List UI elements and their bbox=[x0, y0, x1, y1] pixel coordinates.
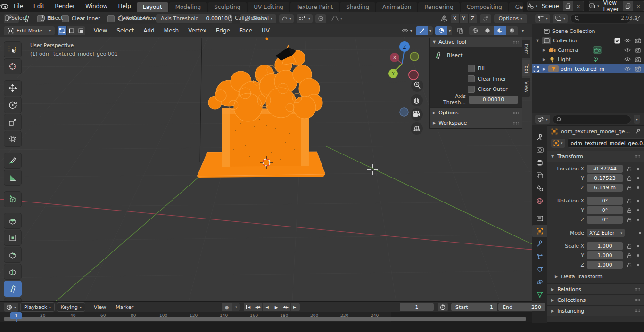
snap-base-icon[interactable] bbox=[480, 14, 491, 23]
snap-settings-dropdown[interactable]: ▾ bbox=[297, 14, 313, 23]
tab-render[interactable] bbox=[532, 144, 547, 156]
previous-keyframe-button[interactable]: ◀◆ bbox=[253, 303, 263, 311]
options-panel-header[interactable]: ▶ Options bbox=[430, 107, 522, 118]
axis-thresh-field[interactable]: 0.00010 bbox=[469, 96, 518, 104]
axis-threshold-field[interactable]: Axis Threshold 0.00010 bbox=[156, 14, 232, 23]
tool-inset-faces[interactable] bbox=[4, 230, 22, 246]
timeline-editor-type-dropdown[interactable]: ▾ bbox=[4, 303, 18, 312]
scale-z-field[interactable]: 1.000 bbox=[587, 261, 623, 269]
panel-grip-icon[interactable] bbox=[634, 309, 641, 312]
sidebar-tab-tool[interactable]: Tool bbox=[522, 60, 530, 76]
light-origin-dot[interactable] bbox=[266, 38, 268, 40]
panel-grip-icon[interactable] bbox=[512, 122, 519, 125]
workspace-tab-modeling[interactable]: Modeling bbox=[169, 2, 207, 12]
menu-file[interactable]: File bbox=[8, 0, 28, 12]
proportional-editing-toggle[interactable] bbox=[315, 14, 326, 23]
tab-physics[interactable] bbox=[532, 263, 547, 275]
object-name-field[interactable]: odm_textured_model_geo.0... bbox=[568, 138, 644, 148]
show-gizmos-toggle[interactable] bbox=[416, 26, 428, 35]
tool-scale[interactable] bbox=[4, 114, 22, 130]
transform-panel-header[interactable]: ▼ Transform bbox=[547, 151, 644, 162]
mirror-z-button[interactable]: Z bbox=[469, 14, 477, 23]
hide-eye-icon[interactable] bbox=[624, 38, 631, 43]
object-id-dropdown[interactable]: ▾ bbox=[551, 139, 565, 148]
tool-bisect[interactable] bbox=[4, 281, 22, 297]
tab-constraints[interactable] bbox=[532, 275, 547, 288]
tab-particles[interactable] bbox=[532, 250, 547, 263]
tool-add-cube[interactable] bbox=[4, 191, 22, 207]
collections-panel-header[interactable]: ▶ Collections bbox=[547, 294, 644, 305]
shading-solid-button[interactable] bbox=[481, 26, 494, 35]
render-visibility-icon[interactable] bbox=[635, 66, 641, 72]
panel-grip-icon[interactable] bbox=[512, 41, 519, 44]
delta-transform-row[interactable]: ▶ Delta Transform bbox=[547, 272, 644, 281]
play-button[interactable]: ▶ bbox=[272, 303, 281, 311]
scale-y-field[interactable]: 1.000 bbox=[587, 251, 623, 259]
pin-icon[interactable] bbox=[635, 129, 641, 134]
viewport-menu-vertex[interactable]: Vertex bbox=[183, 27, 211, 34]
tab-scene[interactable] bbox=[532, 182, 547, 194]
shading-dropdown[interactable]: ▾ bbox=[520, 26, 525, 35]
tool-extrude-region[interactable] bbox=[4, 213, 22, 229]
lock-icon[interactable] bbox=[626, 217, 633, 223]
tab-object[interactable] bbox=[532, 225, 547, 237]
workspace-tab-texture-paint[interactable]: Texture Paint bbox=[290, 2, 339, 12]
render-visibility-icon[interactable] bbox=[635, 38, 641, 43]
workspace-tab-uv-editing[interactable]: UV Editing bbox=[248, 2, 289, 12]
viewport-menu-view[interactable]: View bbox=[89, 27, 112, 34]
gizmo-neg-z-ball[interactable] bbox=[400, 108, 408, 116]
view-layer-name[interactable]: View Layer bbox=[600, 0, 623, 13]
scene-selector[interactable]: ▾ Scene × bbox=[527, 1, 584, 11]
tool-bevel[interactable] bbox=[4, 247, 22, 263]
zoom-button[interactable] bbox=[411, 80, 423, 92]
npanel-fill-checkbox[interactable]: Fill bbox=[430, 63, 522, 73]
menu-help[interactable]: Help bbox=[113, 0, 136, 12]
workspace-tab-sculpting[interactable]: Sculpting bbox=[208, 2, 247, 12]
vertex-select-mode-button[interactable] bbox=[58, 26, 67, 35]
hide-eye-icon[interactable] bbox=[624, 66, 631, 71]
scene-icon[interactable]: ▾ bbox=[528, 1, 538, 11]
menu-edit[interactable]: Edit bbox=[28, 0, 50, 12]
panel-grip-icon[interactable] bbox=[634, 299, 641, 301]
jump-to-start-button[interactable]: ◀ bbox=[244, 303, 253, 311]
viewport-menu-select[interactable]: Select bbox=[112, 27, 139, 34]
tab-tool[interactable] bbox=[532, 131, 547, 144]
workspace-tab-shading[interactable]: Shading bbox=[340, 2, 375, 12]
keying-dropdown[interactable]: Keying▾ bbox=[57, 302, 85, 312]
viewport-3d[interactable]: Z X Y bbox=[0, 24, 532, 301]
show-overlays-toggle[interactable] bbox=[435, 26, 447, 35]
animate-dot[interactable] bbox=[637, 186, 639, 189]
scene-name[interactable]: Scene bbox=[538, 3, 563, 9]
outliner-label[interactable]: Collection bbox=[553, 38, 578, 44]
tab-world[interactable] bbox=[532, 194, 547, 207]
scale-x-field[interactable]: 1.000 bbox=[587, 242, 623, 250]
workspace-tab-geometry-nodes[interactable]: Geometry Nod bbox=[509, 2, 523, 12]
workspace-tab-layout[interactable]: Layout bbox=[137, 2, 168, 12]
edge-select-mode-button[interactable] bbox=[67, 26, 76, 35]
hide-eye-icon[interactable] bbox=[624, 57, 631, 62]
play-reverse-button[interactable]: ◀ bbox=[263, 303, 272, 311]
jump-to-end-button[interactable]: ▶ bbox=[291, 303, 300, 311]
tab-output[interactable] bbox=[532, 156, 547, 169]
render-visibility-icon[interactable] bbox=[635, 57, 641, 62]
lock-icon[interactable] bbox=[626, 243, 633, 249]
gizmo-neg-y-ball[interactable] bbox=[410, 52, 419, 61]
scene-unlink-icon[interactable]: × bbox=[573, 1, 584, 11]
mirror-y-button[interactable]: Y bbox=[460, 14, 469, 23]
outliner-row-light[interactable]: ▶ Light bbox=[532, 55, 644, 64]
viewport-menu-uv[interactable]: UV bbox=[257, 27, 274, 34]
blender-logo-icon[interactable] bbox=[0, 2, 8, 10]
checkbox-icon[interactable] bbox=[614, 38, 620, 44]
outliner-label[interactable]: odm_textured_m bbox=[561, 66, 604, 72]
lock-icon[interactable] bbox=[626, 208, 633, 213]
outliner-label[interactable]: Scene Collection bbox=[552, 28, 595, 34]
shading-wireframe-button[interactable] bbox=[469, 26, 481, 35]
animate-dot[interactable] bbox=[637, 264, 639, 266]
camera-data-badge[interactable] bbox=[593, 46, 602, 54]
outliner-display-mode-dropdown[interactable]: ▾ bbox=[535, 14, 550, 23]
outliner-row-mesh-selected[interactable]: ▶ odm_textured_m bbox=[532, 64, 644, 73]
animate-dot[interactable] bbox=[637, 168, 639, 170]
rotation-x-field[interactable]: 0° bbox=[587, 197, 623, 205]
lock-icon[interactable] bbox=[626, 253, 633, 259]
tool-annotate[interactable] bbox=[4, 153, 22, 169]
